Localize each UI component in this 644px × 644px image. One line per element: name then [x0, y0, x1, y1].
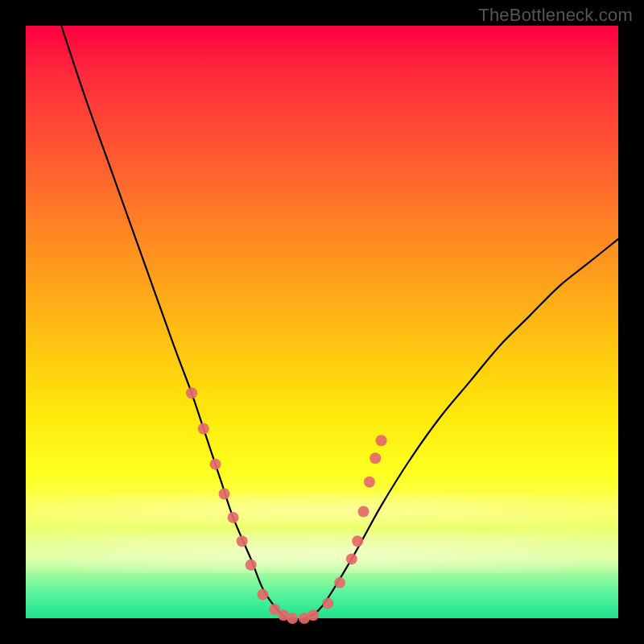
bead-marker	[228, 512, 239, 523]
bead-marker	[346, 553, 357, 564]
bead-marker	[246, 559, 257, 571]
bead-marker	[198, 423, 209, 434]
bead-marker	[352, 535, 363, 547]
bead-marker	[308, 609, 319, 621]
bead-marker	[358, 506, 369, 518]
bead-marker	[287, 613, 298, 624]
bead-marker	[364, 477, 375, 488]
curve-svg	[26, 26, 618, 618]
chart-frame: TheBottleneck.com	[0, 0, 644, 644]
plot-area	[26, 26, 618, 618]
bead-marker	[322, 598, 333, 609]
bead-marker	[369, 452, 381, 464]
bead-marker	[210, 459, 221, 470]
bead-marker	[257, 589, 268, 601]
bead-marker	[237, 535, 248, 547]
bottleneck-curve	[61, 26, 618, 619]
bead-marker	[219, 488, 230, 499]
bead-marker	[334, 577, 345, 588]
attribution-text: TheBottleneck.com	[478, 5, 633, 26]
bead-marker	[376, 435, 387, 446]
bead-markers-group	[186, 387, 387, 624]
bead-marker	[186, 387, 197, 398]
